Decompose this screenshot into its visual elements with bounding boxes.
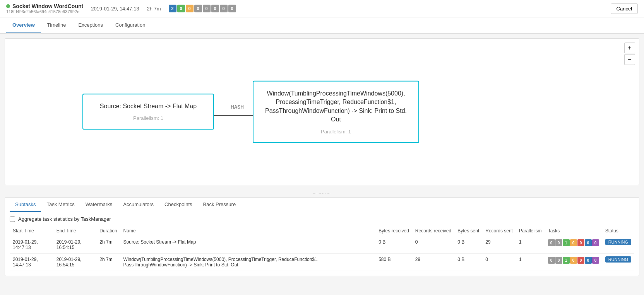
cancel-button[interactable]: Cancel <box>611 3 638 14</box>
nav-tabs: Overview Timeline Exceptions Configurati… <box>0 17 644 34</box>
task-badge: 0 <box>570 257 577 264</box>
badge-finished: 0 <box>177 5 185 12</box>
col-tasks: Tasks <box>545 226 602 236</box>
task-badge: 0 <box>548 239 555 246</box>
col-name: Name <box>120 226 376 236</box>
table-cell: 1 <box>516 236 545 254</box>
job-duration: 2h 7m <box>147 6 161 12</box>
table-cell: Window(TumblingProcessingTimeWindows(500… <box>120 254 376 271</box>
node-sink[interactable]: Window(TumblingProcessingTimeWindows(500… <box>253 81 419 143</box>
tab-timeline[interactable]: Timeline <box>41 17 72 33</box>
task-badge: 0 <box>577 257 584 264</box>
table-cell: 0 <box>412 236 454 254</box>
badge-running: 2 <box>169 5 176 12</box>
status-badge: RUNNING <box>605 239 631 245</box>
col-records-sent: Records sent <box>482 226 516 236</box>
col-end-time: End Time <box>53 226 97 236</box>
table-cell: 2h 7m <box>96 254 120 271</box>
task-badge: 0 <box>548 257 555 264</box>
node-source-parallelism: Parallelism: 1 <box>92 116 204 121</box>
task-badge: 0 <box>585 239 592 246</box>
table-cell: 0 <box>482 254 516 271</box>
page-header: Socket Window WordCount 118fd493e2b56fa6… <box>0 0 644 17</box>
bottom-panel: Subtasks Task Metrics Watermarks Accumul… <box>5 197 639 276</box>
task-badge: 0 <box>577 239 584 246</box>
node-source-title: Source: Socket Stream -> Flat Map <box>92 102 204 111</box>
table-cell: 29 <box>482 236 516 254</box>
col-status: Status <box>602 226 634 236</box>
task-badge: 0 <box>585 257 592 264</box>
table-cell: 2019-01-29, 14:47:13 <box>10 236 53 254</box>
subtab-subtasks[interactable]: Subtasks <box>10 198 41 212</box>
badge-failed: 0 <box>228 5 236 12</box>
task-badge: 0 <box>592 257 599 264</box>
badge-created: 0 <box>203 5 211 12</box>
badge-restarting: 0 <box>211 5 219 12</box>
badge-cancelling: 0 <box>220 5 228 12</box>
sub-tabs: Subtasks Task Metrics Watermarks Accumul… <box>5 198 639 212</box>
aggregate-checkbox[interactable] <box>10 217 15 222</box>
table-header-row: Start Time End Time Duration Name Bytes … <box>10 226 634 236</box>
subtasks-table: Start Time End Time Duration Name Bytes … <box>10 226 634 271</box>
subtab-accumulators[interactable]: Accumulators <box>118 198 159 212</box>
tab-exceptions[interactable]: Exceptions <box>72 17 109 33</box>
table-cell: 29 <box>412 254 454 271</box>
node-source[interactable]: Source: Socket Stream -> Flat Map Parall… <box>82 94 214 130</box>
table-row: 2019-01-29, 14:47:132019-01-29, 16:54:15… <box>10 236 634 254</box>
task-badge: 1 <box>563 239 570 246</box>
badge-deploying: 0 <box>194 5 202 12</box>
table-cell: 2019-01-29, 16:54:15 <box>53 236 97 254</box>
col-duration: Duration <box>96 226 120 236</box>
table-cell: Source: Socket Stream -> Flat Map <box>120 236 376 254</box>
tasks-cell: 0010000 <box>545 236 602 254</box>
task-badge: 0 <box>555 257 562 264</box>
col-parallelism: Parallelism <box>516 226 545 236</box>
task-badge: 0 <box>570 239 577 246</box>
subtab-back-pressure[interactable]: Back Pressure <box>198 198 242 212</box>
col-records-received: Records received <box>412 226 454 236</box>
subtab-checkpoints[interactable]: Checkpoints <box>159 198 198 212</box>
job-graph: + − Source: Socket Stream -> Flat Map Pa… <box>5 38 639 185</box>
aggregate-row: Aggregate task statistics by TaskManager <box>10 212 634 226</box>
task-badge: 0 <box>592 239 599 246</box>
node-sink-parallelism: Parallelism: 1 <box>263 128 409 134</box>
job-id: 118fd493e2b56fa694c41578e937992e <box>6 9 83 14</box>
badge-scheduled: 0 <box>186 5 194 12</box>
status-dot-icon <box>6 4 10 8</box>
status-cell: RUNNING <box>602 236 634 254</box>
table-cell: 2019-01-29, 14:47:13 <box>10 254 53 271</box>
title-block: Socket Window WordCount 118fd493e2b56fa6… <box>6 3 83 14</box>
tab-overview[interactable]: Overview <box>6 17 41 33</box>
table-cell: 580 B <box>375 254 412 271</box>
subtab-watermarks[interactable]: Watermarks <box>80 198 118 212</box>
task-badge: 0 <box>555 239 562 246</box>
table-row: 2019-01-29, 14:47:132019-01-29, 16:54:15… <box>10 254 634 271</box>
arrow-label: HASH <box>231 104 244 110</box>
task-badge: 1 <box>563 257 570 264</box>
resize-handle[interactable]: ⋯⋯⋯⋯ <box>0 190 644 197</box>
table-cell: 0 B <box>375 236 412 254</box>
table-cell: 1 <box>516 254 545 271</box>
job-title: Socket Window WordCount <box>6 3 83 9</box>
table-cell: 0 B <box>454 254 482 271</box>
col-bytes-received: Bytes received <box>375 226 412 236</box>
table-cell: 0 B <box>454 236 482 254</box>
status-badges: 2 0 0 0 0 0 0 0 <box>169 5 236 12</box>
flow-diagram: Source: Socket Stream -> Flat Map Parall… <box>5 39 639 185</box>
node-sink-title: Window(TumblingProcessingTimeWindows(500… <box>263 89 409 124</box>
table-cell: 2019-01-29, 16:54:15 <box>53 254 97 271</box>
table-container: Aggregate task statistics by TaskManager… <box>5 212 639 276</box>
status-badge: RUNNING <box>605 256 631 263</box>
status-cell: RUNNING <box>602 254 634 271</box>
tab-configuration[interactable]: Configuration <box>109 17 151 33</box>
table-cell: 2h 7m <box>96 236 120 254</box>
job-title-text: Socket Window WordCount <box>12 3 83 9</box>
col-bytes-sent: Bytes sent <box>454 226 482 236</box>
col-start-time: Start Time <box>10 226 53 236</box>
job-datetime: 2019-01-29, 14:47:13 <box>91 6 139 12</box>
aggregate-label: Aggregate task statistics by TaskManager <box>18 216 111 222</box>
tasks-cell: 0010000 <box>545 254 602 271</box>
subtab-task-metrics[interactable]: Task Metrics <box>41 198 80 212</box>
